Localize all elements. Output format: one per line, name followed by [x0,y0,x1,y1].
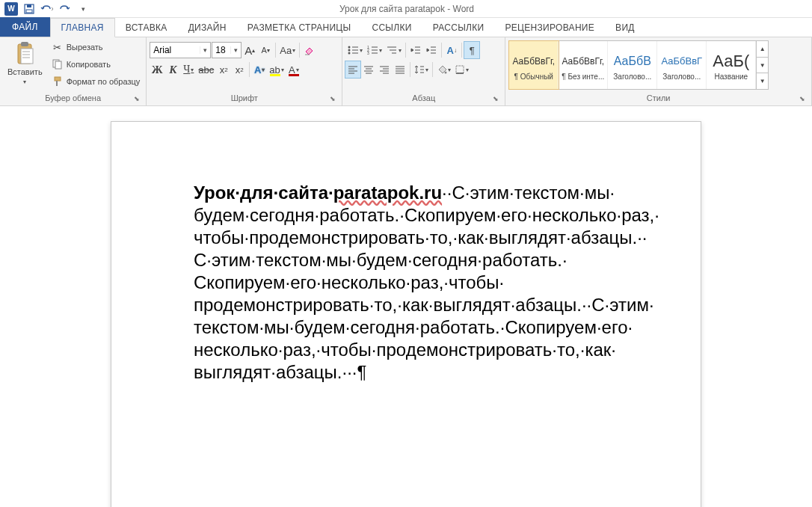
sort-button[interactable]: A↓ [444,42,459,58]
style-heading2[interactable]: АаБбВвГ Заголово... [657,41,707,89]
gallery-more-icon[interactable]: ▼ [757,73,768,89]
shading-button[interactable]: ▾ [435,61,452,78]
gallery-down-icon[interactable]: ▼ [757,58,768,74]
font-size-combo[interactable]: ▾ [212,42,242,58]
font-name-combo[interactable]: ▾ [150,42,211,58]
numbering-button[interactable]: 123▾ [365,42,384,58]
align-left-button[interactable] [345,61,360,78]
justify-button[interactable] [393,61,407,78]
decrease-indent-button[interactable] [408,42,423,58]
change-case-button[interactable]: Aa▾ [278,42,297,58]
tab-references[interactable]: ССЫЛКИ [361,19,422,37]
subscript-button[interactable]: x2 [216,61,231,78]
style-label: Заголово... [613,73,651,81]
paste-button[interactable]: Вставить▾ [3,39,47,89]
copy-label: Копировать [67,60,111,69]
gallery-up-icon[interactable]: ▲ [757,41,768,58]
tab-design[interactable]: ДИЗАЙН [178,19,237,37]
show-marks-button[interactable]: ¶ [464,42,479,58]
tab-view[interactable]: ВИД [605,19,645,37]
page[interactable]: Урок·для·сайта·paratapok.ru··С·этим·текс… [111,121,701,507]
style-preview: АаБбВ [614,50,651,73]
format-painter-label: Формат по образцу [67,77,141,86]
svg-point-15 [445,72,447,74]
doc-body: ··С·этим·текстом·мы· будем·сегодня·работ… [194,182,659,382]
superscript-button[interactable]: x2 [232,61,247,78]
tab-home[interactable]: ГЛАВНАЯ [50,18,115,37]
highlight-button[interactable]: ab▾ [268,61,285,78]
app-icon[interactable]: W [3,1,19,17]
document-area[interactable]: Урок·для·сайта·paratapok.ru··С·этим·текс… [0,106,812,507]
styles-gallery: АаБбВвГг, ¶ Обычный АаБбВвГг, ¶ Без инте… [508,40,769,90]
svg-rect-2 [26,10,32,13]
bullets-button[interactable]: ▾ [345,42,364,58]
borders-icon [455,64,465,75]
tab-page-layout[interactable]: РАЗМЕТКА СТРАНИЦЫ [237,19,362,37]
cut-label: Вырезать [67,43,103,52]
shrink-font-button[interactable]: A▾ [258,42,273,58]
style-heading1[interactable]: АаБбВ Заголово... [608,41,657,89]
svg-point-10 [348,49,351,52]
line-spacing-icon [414,64,425,75]
document-paragraph[interactable]: Урок·для·сайта·paratapok.ru··С·этим·текс… [194,182,618,384]
grow-font-button[interactable]: A▴ [242,42,257,58]
font-launcher-icon[interactable]: ⬊ [328,94,337,103]
paragraph-launcher-icon[interactable]: ⬊ [491,94,500,103]
styles-launcher-icon[interactable]: ⬊ [798,94,807,103]
font-size-input[interactable] [212,45,230,55]
copy-button[interactable]: Копировать [49,56,144,73]
svg-point-9 [348,46,351,49]
svg-text:3: 3 [367,51,369,55]
format-painter-button[interactable]: Формат по образцу [49,73,144,90]
multilevel-list-button[interactable]: ▾ [384,42,403,58]
text-effects-button[interactable]: A▾ [252,61,267,78]
chevron-down-icon[interactable]: ▾ [230,46,241,54]
group-paragraph-label: Абзац [412,93,435,102]
style-label: Заголово... [662,73,701,81]
outdent-icon [410,45,421,55]
cut-button[interactable]: ✂ Вырезать [49,39,144,55]
tab-review[interactable]: РЕЦЕНЗИРОВАНИЕ [494,19,605,37]
font-color-button[interactable]: A▾ [286,61,301,78]
style-preview: АаБбВвГг, [562,50,604,73]
style-no-spacing[interactable]: АаБбВвГг, ¶ Без инте... [559,41,608,89]
borders-button[interactable]: ▾ [453,61,470,78]
increase-indent-button[interactable] [424,42,439,58]
tab-insert[interactable]: ВСТАВКА [115,19,178,37]
window-title: Урок для сайта paratapok - Word [91,4,722,14]
bold-button[interactable]: Ж [150,61,164,78]
svg-rect-8 [55,77,61,81]
chevron-down-icon[interactable]: ▾ [200,46,210,54]
svg-rect-7 [55,61,61,69]
titlebar: W ▾ Урок для сайта paratapok - Word [0,0,812,18]
gallery-scroller: ▲ ▼ ▼ [756,41,768,89]
save-button[interactable] [21,1,37,17]
strikethrough-button[interactable]: abc [197,61,215,78]
bucket-icon [437,64,447,75]
align-right-button[interactable] [377,61,392,78]
group-clipboard: Вставить▾ ✂ Вырезать Копировать [0,37,147,105]
group-styles: АаБбВвГг, ¶ Обычный АаБбВвГг, ¶ Без инте… [505,37,812,105]
tab-file[interactable]: ФАЙЛ [0,17,50,37]
eraser-icon [304,44,316,56]
pilcrow-icon: ¶ [470,45,475,56]
redo-button[interactable] [57,1,73,17]
align-left-icon [348,64,358,75]
group-clipboard-label: Буфер обмена [45,93,101,102]
svg-rect-4 [21,42,28,46]
line-spacing-button[interactable]: ▾ [413,61,430,78]
clipboard-icon [13,42,37,66]
style-normal[interactable]: АаБбВвГг, ¶ Обычный [509,41,559,89]
italic-button[interactable]: К [165,61,180,78]
undo-button[interactable] [39,1,55,17]
clear-formatting-button[interactable] [302,42,317,58]
tab-mailings[interactable]: РАССЫЛКИ [422,19,495,37]
underline-button[interactable]: Ч▾ [181,61,196,78]
qat-customize-icon[interactable]: ▾ [75,1,91,17]
style-title[interactable]: АаБ( Название [707,41,756,89]
indent-icon [426,45,437,55]
style-preview: АаБ( [713,50,749,73]
font-name-input[interactable] [150,45,200,55]
clipboard-launcher-icon[interactable]: ⬊ [132,94,141,103]
align-center-button[interactable] [361,61,376,78]
